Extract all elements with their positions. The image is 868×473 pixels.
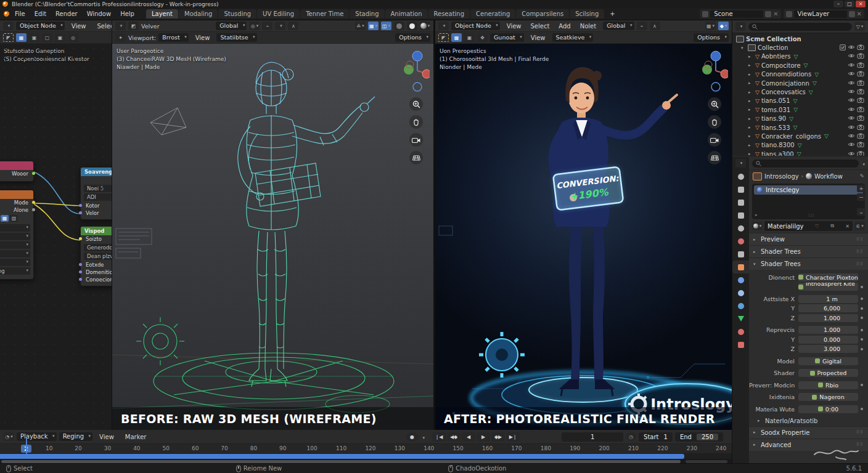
viewport-3d-region[interactable]: CONVERSION: +190% — [435, 44, 732, 430]
workspace-tab[interactable]: Stusding — [218, 9, 256, 18]
snap-node-icon[interactable]: ▦ — [16, 33, 27, 42]
snap-magnet-icon[interactable]: ⌁ — [637, 22, 647, 30]
outliner-collection[interactable]: Collection — [732, 43, 868, 52]
input-socket[interactable] — [79, 237, 82, 240]
view-layer-selector[interactable]: ViewLayer ✕ — [784, 9, 864, 18]
properties-tab[interactable] — [732, 325, 749, 338]
close-button[interactable]: ✕ — [856, 1, 866, 7]
node-orange-dropdown-5[interactable] — [0, 259, 30, 266]
disclosure-icon[interactable] — [748, 63, 753, 68]
menubar-menu[interactable]: Help — [116, 9, 139, 18]
editor-type-icon[interactable] — [735, 159, 746, 168]
editor-type-icon[interactable] — [115, 22, 126, 30]
filter-icon[interactable]: ▽ — [854, 22, 865, 31]
proportional-edit-icon[interactable]: ∧ — [650, 22, 660, 30]
pin-node-icon[interactable]: ▣ — [55, 33, 65, 42]
panel-shader-trees-1[interactable]: Shader Trees⠿⠿ — [749, 245, 868, 257]
options-dropdown[interactable]: Options — [694, 33, 729, 42]
properties-tab[interactable] — [732, 312, 749, 325]
animate-dot[interactable] — [861, 408, 863, 410]
panel-preview[interactable]: Preview⠿⠿ — [749, 233, 868, 245]
disable-render-toggle[interactable] — [857, 80, 864, 87]
workspace-tab[interactable]: Scilsing — [570, 9, 604, 18]
add-slot-button[interactable]: + — [857, 185, 866, 192]
overlap-icon[interactable]: ▣ — [29, 33, 39, 42]
viewport-menu[interactable]: Add — [554, 22, 575, 31]
input-socket[interactable] — [79, 270, 82, 273]
keying-menu[interactable]: Reging — [59, 432, 92, 441]
node-orange-dropdown-2[interactable] — [0, 233, 30, 240]
slot-grip[interactable]: ⁞⁞⁞ — [809, 213, 815, 218]
copy-material-icon[interactable]: ⧉ — [830, 223, 834, 229]
input-socket[interactable] — [79, 278, 82, 281]
editor-type-icon[interactable] — [735, 22, 746, 31]
hide-viewport-toggle[interactable] — [848, 62, 855, 69]
animate-dot[interactable] — [861, 317, 863, 319]
zoom-tool-icon[interactable] — [708, 97, 721, 111]
remove-view-layer-icon[interactable]: ✕ — [857, 10, 862, 17]
orientation-dropdown[interactable]: Global — [216, 22, 247, 30]
unlink-scene-icon[interactable]: ✕ — [773, 10, 778, 17]
menubar-menu[interactable]: Render — [51, 9, 82, 18]
output-socket[interactable] — [32, 208, 35, 211]
outliner-object-row[interactable]: Aobntiers — [732, 52, 868, 61]
outliner-object-row[interactable]: Connomdiotions — [732, 70, 868, 79]
shading-rendered-icon[interactable]: ◆ — [718, 22, 729, 30]
pivot-point-icon[interactable]: ◎ — [249, 22, 260, 30]
workspace-tab[interactable]: Stading — [350, 9, 384, 18]
mode-dropdown[interactable]: Object Node — [451, 22, 500, 30]
toggle-grid-icon[interactable] — [409, 151, 423, 164]
show-gizmo-icon[interactable]: ⟁ — [355, 22, 366, 30]
property-value-field[interactable]: Rbio — [798, 381, 858, 389]
hide-viewport-toggle[interactable] — [848, 89, 855, 95]
play-button[interactable]: ▶ — [477, 432, 490, 442]
disable-render-toggle[interactable] — [857, 44, 864, 51]
viewport-view-menu[interactable]: View — [191, 33, 215, 42]
disable-render-toggle[interactable] — [857, 151, 864, 156]
pan-hand-icon[interactable] — [708, 115, 721, 129]
disclosure-icon[interactable] — [741, 46, 746, 51]
camera-view-icon[interactable] — [708, 133, 721, 147]
show-overlays-icon[interactable]: ▦ — [368, 22, 379, 30]
animate-dot[interactable] — [861, 286, 863, 288]
disable-render-toggle[interactable] — [857, 107, 864, 113]
outliner-object-row[interactable]: tians.90 — [732, 115, 868, 123]
outliner-object-row[interactable]: tians.a300 — [732, 150, 868, 156]
properties-tab[interactable] — [732, 286, 749, 299]
disclosure-icon[interactable] — [748, 72, 753, 77]
snap-target-icon[interactable] — [275, 22, 285, 30]
animate-dot[interactable] — [861, 297, 863, 300]
hide-viewport-toggle[interactable] — [848, 80, 855, 87]
node-red[interactable]: ik Wooor — [0, 161, 34, 182]
workspace-tab[interactable]: Tenner Time — [300, 9, 349, 18]
play-reverse-button[interactable]: ◀ — [462, 432, 475, 442]
toggle-grid-icon[interactable] — [708, 151, 721, 164]
properties-tab[interactable] — [732, 196, 749, 209]
editor-type-icon[interactable] — [3, 22, 14, 30]
animate-dot[interactable] — [861, 384, 863, 386]
node-green-button1[interactable]: Generodo — [84, 244, 112, 251]
workspace-tab[interactable]: Reseating — [428, 9, 470, 18]
property-value-field[interactable]: Propected — [798, 369, 858, 377]
disclosure-icon[interactable] — [748, 90, 753, 95]
auto-keying-button[interactable]: ● — [406, 432, 419, 442]
hide-viewport-toggle[interactable] — [848, 151, 855, 156]
keying-set-icon[interactable] — [422, 434, 425, 440]
render-node-icon[interactable]: ◎ — [68, 33, 78, 42]
outliner-object-row[interactable]: Compocitore — [732, 61, 868, 70]
outliner-search-input[interactable] — [748, 23, 852, 31]
remove-slot-button[interactable]: − — [857, 193, 866, 201]
end-frame-field[interactable]: End 250 — [675, 432, 723, 442]
disclosure-icon[interactable] — [748, 99, 753, 103]
disable-render-toggle[interactable] — [857, 53, 864, 60]
outliner-object-row[interactable]: Conracker_coligons — [732, 132, 868, 140]
property-value-field[interactable]: 6,000 — [798, 304, 858, 312]
panel-shader-trees-2[interactable]: Shader Trees⠿⠿ — [749, 257, 868, 270]
prev-keyframe-button[interactable]: ◀◆ — [447, 432, 461, 442]
animate-dot[interactable] — [861, 338, 863, 341]
new-scene-icon[interactable] — [765, 11, 771, 17]
options-dropdown[interactable]: Options — [395, 33, 430, 42]
browse-material-icon[interactable] — [752, 222, 763, 230]
disable-render-toggle[interactable] — [857, 97, 864, 104]
subpanel-material[interactable]: Naterlo/Aratsotib — [749, 416, 868, 426]
